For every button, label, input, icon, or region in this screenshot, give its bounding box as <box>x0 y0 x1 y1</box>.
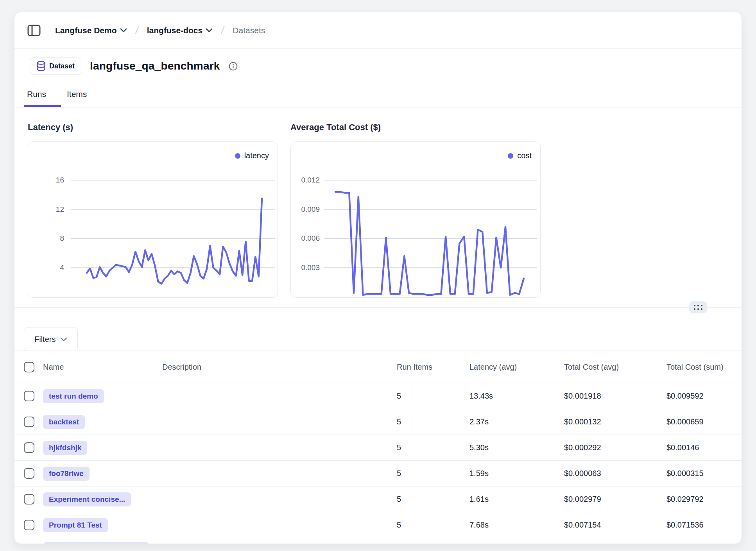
cost-line-plot <box>291 142 541 298</box>
name-cell: Experiment concise... <box>14 487 159 512</box>
panel-left-icon <box>27 25 41 36</box>
table-row[interactable]: Experiment concise... 5 1.61s $0.002979 … <box>14 487 742 512</box>
run-items-cell: 5 <box>394 417 466 426</box>
filters-button[interactable]: Filters <box>24 327 78 351</box>
table-header-row: Name Description Run Items Latency (avg)… <box>14 351 742 383</box>
header-total-cost-sum: Total Cost (sum) <box>663 363 742 372</box>
breadcrumb-separator: / <box>217 24 228 36</box>
cost-chart: 0.012 0.009 0.006 0.003 cost <box>290 141 541 298</box>
table-row[interactable]: hjkfdshjk 5 5.30s $0.000292 $0.00146 <box>14 435 742 461</box>
latency-ytick-16: 16 <box>28 175 64 185</box>
header-total-cost-avg: Total Cost (avg) <box>561 363 663 372</box>
name-cell: hjkfdshjk <box>14 435 159 460</box>
run-name-badge[interactable]: Prompt 81 Test <box>43 518 108 532</box>
row-checkbox[interactable] <box>24 442 34 453</box>
table-row[interactable]: Prompt 81 Test 5 7.68s $0.007154 $0.0715… <box>14 512 742 538</box>
latency-legend: latency <box>235 151 269 160</box>
breadcrumb-datasets-label: Datasets <box>233 26 265 35</box>
filters-button-label: Filters <box>34 335 56 344</box>
latency-avg-cell: 13.43s <box>466 392 561 401</box>
name-cell: backtest <box>14 409 159 435</box>
run-name-badge[interactable]: test run demo <box>43 389 104 403</box>
cost-ytick-0006: 0.006 <box>291 233 320 243</box>
tabs-divider <box>14 107 742 107</box>
database-icon <box>36 61 46 71</box>
cost-legend-label: cost <box>517 151 532 160</box>
name-cell: test run demo <box>14 383 159 409</box>
total-cost-avg-cell: $0.000292 <box>561 443 663 452</box>
latency-chart: 16 12 8 4 latency <box>28 141 278 298</box>
sidebar-toggle-button[interactable] <box>25 22 43 39</box>
row-checkbox[interactable] <box>24 417 34 427</box>
table-row[interactable]: backtest 5 2.37s $0.000132 $0.000659 <box>14 409 742 435</box>
run-name-badge-partial <box>43 542 149 544</box>
header-name: Name <box>14 351 159 383</box>
run-name-badge[interactable]: foo78riwe <box>43 467 90 481</box>
chevron-down-icon <box>120 28 127 32</box>
chevron-down-icon <box>206 28 213 32</box>
total-cost-sum-cell: $0.00146 <box>663 443 742 452</box>
tab-items[interactable]: Items <box>67 89 87 99</box>
run-items-cell: 5 <box>394 392 466 401</box>
table-row[interactable]: test run demo 5 13.43s $0.001918 $0.0095… <box>14 383 742 409</box>
resize-drag-handle[interactable] <box>689 301 707 313</box>
header-run-items: Run Items <box>394 363 466 372</box>
run-name-badge[interactable]: backtest <box>43 415 85 429</box>
row-checkbox[interactable] <box>24 468 34 479</box>
latency-legend-label: latency <box>244 151 269 160</box>
top-bar: Langfuse Demo / langfuse-docs / Datasets <box>14 12 742 49</box>
breadcrumb-datasets[interactable]: Datasets <box>233 26 265 35</box>
run-items-cell: 5 <box>394 469 466 478</box>
latency-ytick-4: 4 <box>28 263 64 273</box>
total-cost-sum-cell: $0.071536 <box>663 521 742 530</box>
latency-avg-cell: 5.30s <box>466 443 561 452</box>
row-checkbox[interactable] <box>24 494 34 504</box>
latency-avg-cell: 1.61s <box>466 495 561 504</box>
latency-chart-title: Latency (s) <box>28 122 73 132</box>
dataset-badge-label: Dataset <box>49 62 75 70</box>
select-all-checkbox[interactable] <box>24 362 34 372</box>
dataset-header: Dataset langfuse_qa_benchmark <box>30 57 238 75</box>
run-name-badge[interactable]: hjkfdshjk <box>43 441 87 455</box>
section-divider <box>14 307 742 308</box>
grip-dots-icon <box>693 304 703 310</box>
runs-table: Name Description Run Items Latency (avg)… <box>14 351 742 544</box>
table-row-partial[interactable] <box>14 538 742 544</box>
cost-ytick-0012: 0.012 <box>291 175 320 185</box>
name-cell: foo78riwe <box>14 461 159 486</box>
row-checkbox[interactable] <box>24 520 34 530</box>
latency-ytick-8: 8 <box>28 233 64 243</box>
info-icon[interactable] <box>229 62 238 71</box>
latency-avg-cell: 7.68s <box>466 521 561 530</box>
cost-legend: cost <box>508 151 532 160</box>
header-name-label: Name <box>43 363 64 372</box>
total-cost-avg-cell: $0.001918 <box>561 392 663 401</box>
total-cost-avg-cell: $0.000063 <box>561 469 663 478</box>
total-cost-sum-cell: $0.000659 <box>663 417 742 426</box>
latency-avg-cell: 1.59s <box>466 469 561 478</box>
breadcrumb-project-label: langfuse-docs <box>147 26 202 35</box>
name-cell: Prompt 81 Test <box>14 512 159 538</box>
cost-ytick-0009: 0.009 <box>291 204 320 215</box>
dataset-badge: Dataset <box>30 57 81 75</box>
run-items-cell: 5 <box>394 521 466 530</box>
page-title: langfuse_qa_benchmark <box>90 60 220 72</box>
cost-chart-title: Average Total Cost ($) <box>290 122 381 132</box>
breadcrumb-org-label: Langfuse Demo <box>55 26 117 35</box>
run-name-badge[interactable]: Experiment concise... <box>43 492 131 506</box>
chevron-down-icon <box>60 337 67 342</box>
table-row[interactable]: foo78riwe 5 1.59s $0.000063 $0.000315 <box>14 461 742 487</box>
run-items-cell: 5 <box>394 495 466 504</box>
row-checkbox[interactable] <box>24 391 34 401</box>
breadcrumb-project[interactable]: langfuse-docs <box>147 26 213 35</box>
latency-line-plot <box>28 142 278 298</box>
total-cost-sum-cell: $0.029792 <box>663 495 742 504</box>
header-description: Description <box>159 363 394 372</box>
breadcrumb-org[interactable]: Langfuse Demo <box>55 26 127 35</box>
total-cost-avg-cell: $0.002979 <box>561 495 663 504</box>
total-cost-avg-cell: $0.007154 <box>561 521 663 530</box>
legend-dot-icon <box>235 153 240 159</box>
tab-runs[interactable]: Runs <box>27 89 46 99</box>
latency-avg-cell: 2.37s <box>466 417 561 426</box>
header-latency-avg: Latency (avg) <box>466 363 561 372</box>
